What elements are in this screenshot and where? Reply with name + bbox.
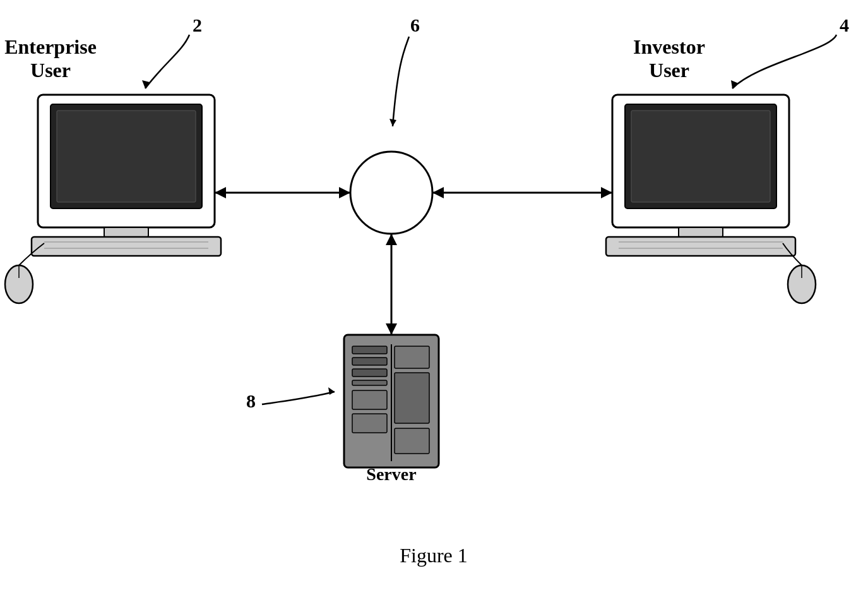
investor-keyboard xyxy=(606,237,795,256)
figure-caption: Figure 1 xyxy=(400,544,468,567)
arrowhead-toward-enterprise xyxy=(215,187,226,198)
server-bay-4 xyxy=(352,380,387,385)
diagram-container: Enterprise User 2 4 6 8 Investor User xyxy=(0,0,868,609)
enterprise-label-line1: Enterprise xyxy=(4,35,97,58)
server-label: Server xyxy=(366,464,416,484)
investor-monitor-neck xyxy=(679,227,723,237)
server-detail-3 xyxy=(395,428,429,454)
arrowhead-toward-investor xyxy=(601,187,612,198)
ref-arrow-6 xyxy=(393,37,409,126)
enterprise-keyboard xyxy=(32,237,221,256)
enterprise-monitor-inner xyxy=(57,111,196,202)
server-panel-mid xyxy=(395,373,429,423)
ref-arrow-6-head xyxy=(389,119,396,126)
ref-num-6: 6 xyxy=(410,15,420,35)
server-panel-top xyxy=(395,346,429,368)
investor-monitor-inner xyxy=(631,111,770,202)
server-detail-2 xyxy=(352,414,387,433)
ref-num-2: 2 xyxy=(193,15,202,35)
server-bay-1 xyxy=(352,346,387,354)
server-bay-3 xyxy=(352,369,387,377)
main-diagram-svg: Enterprise User 2 4 6 8 Investor User xyxy=(0,0,868,609)
ref-num-8: 8 xyxy=(246,390,256,411)
network-circle xyxy=(350,152,432,234)
arrowhead-toward-network-right xyxy=(432,187,444,198)
investor-label-line1: Investor xyxy=(633,35,705,58)
ref-arrow-4 xyxy=(732,35,836,88)
enterprise-monitor-neck xyxy=(104,227,148,237)
ref-num-4: 4 xyxy=(840,15,849,35)
arrowhead-toward-network-up xyxy=(386,234,397,245)
ref-arrow-8 xyxy=(262,392,335,404)
server-bay-2 xyxy=(352,358,387,365)
ref-arrow-2 xyxy=(145,35,189,88)
arrowhead-toward-server xyxy=(386,323,397,335)
enterprise-label-line2: User xyxy=(30,59,71,81)
investor-label-line2: User xyxy=(649,59,689,81)
arrowhead-toward-network-left xyxy=(339,187,350,198)
server-detail-1 xyxy=(352,390,387,409)
